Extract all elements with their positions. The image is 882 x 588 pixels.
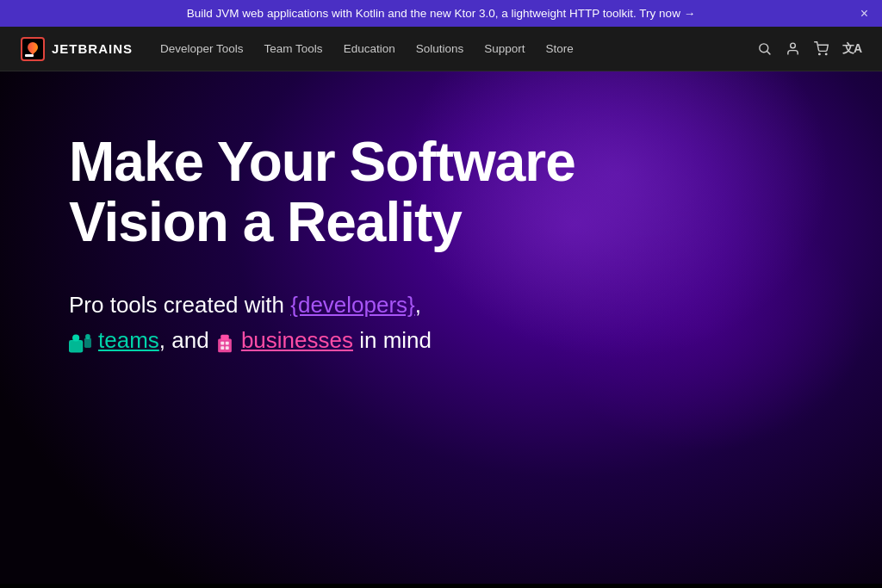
account-icon[interactable] [786, 41, 800, 56]
svg-point-3 [819, 53, 820, 54]
svg-rect-10 [218, 338, 232, 352]
businesses-icon [215, 326, 238, 356]
cart-icon[interactable] [814, 41, 829, 56]
nav-link-education[interactable]: Education [344, 42, 395, 55]
banner-text: Build JVM web applications with Kotlin a… [187, 7, 695, 20]
nav-link-support[interactable]: Support [484, 42, 525, 55]
businesses-link[interactable]: businesses [241, 327, 353, 353]
svg-point-0 [760, 44, 768, 53]
svg-rect-15 [220, 334, 228, 339]
teams-link[interactable]: teams [98, 327, 159, 353]
teams-icon [69, 326, 95, 356]
subtitle-mid2: , and [159, 327, 215, 353]
svg-rect-8 [84, 337, 91, 347]
banner-close-button[interactable]: × [860, 6, 868, 22]
hero-subtitle: Pro tools created with {developers}, tea… [69, 288, 603, 359]
hero-section: Make Your Software Vision a Reality Pro … [0, 71, 882, 584]
nav-link-developer-tools[interactable]: Developer Tools [160, 42, 244, 55]
hero-title: Make Your Software Vision a Reality [69, 132, 672, 253]
svg-rect-6 [71, 341, 82, 350]
nav-link-team-tools[interactable]: Team Tools [264, 42, 323, 55]
nav-link-solutions[interactable]: Solutions [416, 42, 464, 55]
nav-links-group: Developer Tools Team Tools Education Sol… [160, 42, 730, 55]
svg-point-4 [825, 53, 826, 54]
svg-rect-13 [220, 346, 224, 350]
svg-line-1 [767, 52, 770, 54]
logo-icon [21, 37, 45, 61]
svg-rect-12 [226, 341, 229, 344]
nav-icons-group: 文A [757, 41, 861, 57]
svg-rect-14 [226, 346, 229, 350]
jetbrains-logo[interactable]: JETBRAINS [21, 37, 133, 61]
logo-graphic [26, 40, 40, 54]
svg-point-7 [72, 334, 79, 341]
announcement-banner: Build JVM web applications with Kotlin a… [0, 0, 882, 27]
hero-content: Make Your Software Vision a Reality Pro … [0, 71, 882, 359]
hero-title-line1: Make Your Software [69, 131, 575, 193]
nav-link-store[interactable]: Store [546, 42, 574, 55]
svg-rect-11 [220, 341, 224, 344]
subtitle-mid: , [415, 292, 421, 318]
svg-point-9 [85, 334, 90, 339]
subtitle-suffix: in mind [353, 327, 432, 353]
main-navigation: JETBRAINS Developer Tools Team Tools Edu… [0, 27, 882, 71]
language-icon[interactable]: 文A [842, 41, 861, 57]
svg-point-2 [791, 43, 796, 48]
developers-link[interactable]: {developers} [290, 292, 415, 318]
logo-text: JETBRAINS [52, 41, 133, 56]
hero-title-line2: Vision a Reality [69, 191, 462, 253]
subtitle-prefix: Pro tools created with [69, 292, 290, 318]
search-icon[interactable] [757, 41, 772, 56]
